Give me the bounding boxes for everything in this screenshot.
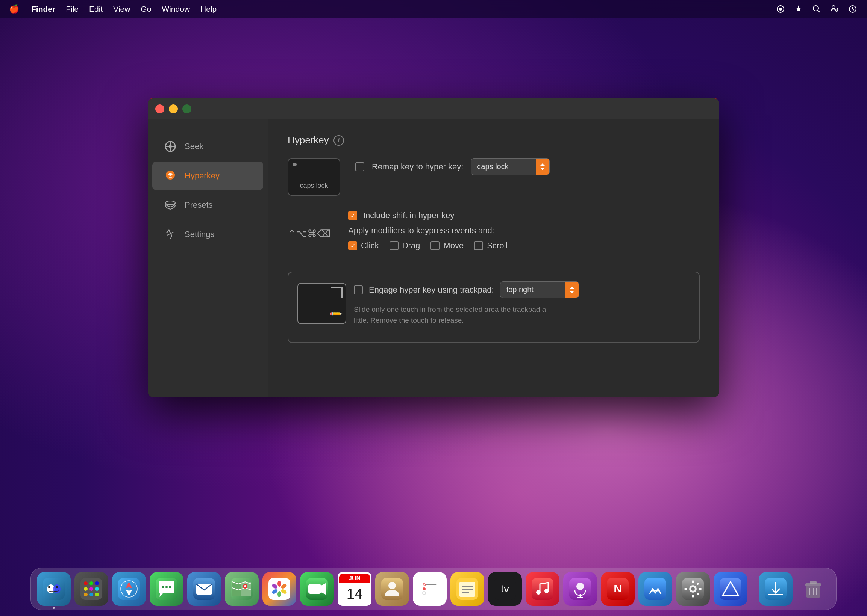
trackpad-section: ✏️ Engage hyper key using trackpad: top …: [288, 272, 700, 343]
move-checkbox[interactable]: [430, 241, 440, 250]
click-checkbox[interactable]: [348, 241, 357, 250]
clock-icon[interactable]: [847, 4, 858, 14]
event-click: Click: [348, 241, 379, 250]
sonarr-icon[interactable]: [775, 4, 786, 14]
dock-item-music[interactable]: [526, 572, 560, 606]
trackpad-pencil-icon: ✏️: [329, 307, 343, 321]
dock-item-reminders[interactable]: [413, 572, 447, 606]
menubar-left: 🍎 Finder File Edit View Go Window Help: [9, 4, 217, 14]
window-minimize-button[interactable]: [169, 104, 178, 113]
sidebar-hyperkey-label: Hyperkey: [184, 171, 219, 181]
svg-point-52: [277, 581, 281, 587]
sidebar-item-seek[interactable]: Seek: [152, 132, 263, 161]
trackpad-position-dropdown[interactable]: top right: [500, 281, 579, 298]
apple-menu[interactable]: 🍎: [9, 4, 19, 14]
trackpad-hint: Slide only one touch in from the selecte…: [354, 304, 561, 326]
caps-lock-dropdown-arrows[interactable]: [536, 159, 549, 174]
svg-point-29: [90, 587, 93, 591]
menubar: 🍎 Finder File Edit View Go Window Help: [0, 0, 867, 18]
dock-item-appstore[interactable]: [638, 572, 672, 606]
info-icon[interactable]: i: [334, 135, 344, 146]
svg-point-28: [84, 587, 88, 591]
dock-item-mail[interactable]: [187, 572, 221, 606]
dock-item-notes[interactable]: [451, 572, 484, 606]
hyperkey-icon: [163, 168, 178, 183]
svg-point-31: [84, 593, 88, 597]
app-window: Seek Hyperkey: [148, 97, 719, 398]
svg-point-1: [779, 8, 782, 11]
sidebar-item-presets[interactable]: Presets: [152, 191, 263, 219]
key-display-label: caps lock: [300, 182, 328, 190]
pin-icon[interactable]: [793, 4, 804, 14]
section-title-row: Hyperkey i: [288, 135, 700, 146]
trackpad-row: ✏️ Engage hyper key using trackpad: top …: [297, 281, 690, 326]
dock-item-contacts[interactable]: [375, 572, 409, 606]
menubar-window[interactable]: Window: [162, 5, 190, 14]
dock-item-photos[interactable]: [262, 572, 296, 606]
svg-point-69: [422, 588, 426, 591]
dock-separator: [753, 576, 754, 602]
dock-item-launchpad[interactable]: [74, 572, 108, 606]
trackpad-visual: ✏️: [297, 283, 346, 324]
dock-item-downloads[interactable]: [759, 572, 793, 606]
trackpad-arrow-up: [569, 287, 574, 289]
click-label: Click: [361, 241, 379, 250]
menubar-edit[interactable]: Edit: [89, 5, 102, 14]
calendar-month: JUN: [339, 574, 370, 583]
menubar-view[interactable]: View: [113, 5, 130, 14]
dock-item-trash[interactable]: [796, 572, 830, 606]
dock-item-facetime[interactable]: [300, 572, 334, 606]
remap-label: Remap key to hyper key:: [372, 162, 463, 172]
menubar-finder[interactable]: Finder: [31, 5, 55, 14]
dock-item-maps[interactable]: [225, 572, 259, 606]
include-shift-checkbox[interactable]: [348, 211, 357, 220]
svg-line-14: [167, 230, 169, 233]
caps-lock-dropdown[interactable]: caps lock: [471, 158, 550, 175]
section-title-text: Hyperkey: [288, 135, 329, 146]
svg-point-18: [170, 233, 171, 234]
main-content: Hyperkey i caps lock Remap key to hyper …: [268, 119, 719, 398]
drag-label: Drag: [402, 241, 420, 250]
trackpad-checkbox[interactable]: [354, 286, 363, 294]
menubar-go[interactable]: Go: [140, 5, 151, 14]
dock-item-altstore[interactable]: [714, 572, 747, 606]
trackpad-position-value: top right: [500, 282, 565, 298]
window-close-button[interactable]: [155, 104, 164, 113]
remap-checkbox[interactable]: [355, 162, 364, 171]
finder-dot: [53, 607, 55, 609]
drag-checkbox[interactable]: [389, 241, 399, 250]
calendar-day: 14: [347, 583, 363, 604]
caps-lock-arrow-down: [540, 168, 545, 170]
scroll-checkbox[interactable]: [474, 241, 483, 250]
sidebar-item-settings[interactable]: Settings: [152, 220, 263, 249]
sidebar-item-hyperkey[interactable]: Hyperkey: [152, 162, 263, 190]
menubar-help[interactable]: Help: [200, 5, 217, 14]
dock-item-messages[interactable]: [150, 572, 183, 606]
dock-item-news[interactable]: N: [601, 572, 635, 606]
sidebar-settings-label: Settings: [184, 229, 215, 239]
modifiers-row: ⌃⌥⌘⌫: [288, 228, 331, 240]
dock-item-calendar[interactable]: JUN 14: [337, 572, 372, 606]
svg-point-42: [166, 586, 168, 588]
users-icon[interactable]: [829, 4, 840, 14]
dock-item-appletv[interactable]: tv: [488, 572, 522, 606]
svg-point-26: [90, 581, 93, 585]
dock-item-syspref[interactable]: [676, 572, 710, 606]
menubar-file[interactable]: File: [66, 5, 79, 14]
window-maximize-button[interactable]: [182, 104, 191, 113]
presets-icon: [163, 198, 178, 212]
dock-item-finder[interactable]: [37, 572, 71, 606]
dock-item-safari[interactable]: [112, 572, 146, 606]
svg-rect-95: [692, 595, 694, 597]
svg-rect-90: [645, 578, 666, 600]
svg-text:N: N: [613, 582, 622, 595]
trackpad-dropdown-arrows[interactable]: [565, 282, 579, 298]
remap-row: Remap key to hyper key: caps lock: [355, 158, 550, 175]
svg-point-41: [162, 586, 164, 588]
search-icon[interactable]: [811, 4, 822, 14]
event-scroll: Scroll: [474, 241, 508, 250]
modifier-symbols: ⌃⌥⌘⌫: [288, 228, 331, 240]
svg-text:tv: tv: [501, 583, 509, 595]
dock-item-podcasts[interactable]: [563, 572, 597, 606]
include-shift-row: ⌃⌥⌘⌫ Include shift in hyper key Apply mo…: [288, 211, 700, 262]
